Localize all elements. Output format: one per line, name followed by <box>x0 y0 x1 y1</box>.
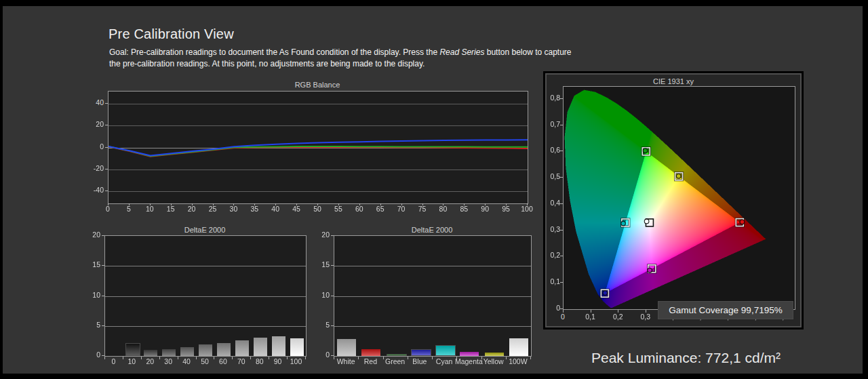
rgb-x-tick-mark <box>108 203 108 205</box>
deltae-x-tick-mark <box>287 357 288 359</box>
rgb-y-tick-label: -20 <box>81 164 104 172</box>
rgb-x-tick-mark <box>527 203 528 205</box>
rgb-x-tick-label: 30 <box>225 205 241 213</box>
cie-y-tick-mark <box>560 98 563 99</box>
deltae-bar <box>361 349 380 356</box>
deltae-bar <box>217 343 231 356</box>
rgb-balance-canvas <box>108 92 528 203</box>
cie-y-tick-label: 0,2 <box>548 251 560 259</box>
rgb-x-tick-mark <box>359 203 360 205</box>
deltae-bar <box>485 353 504 356</box>
cie-y-tick-mark <box>560 282 563 283</box>
rgb-y-tick-mark <box>105 125 108 125</box>
peak-luminance-readout: Peak Luminance: 772,1 cd/m² <box>591 350 781 366</box>
deltae-x-tick-mark <box>214 357 214 359</box>
rgb-x-tick-mark <box>275 203 276 205</box>
rgb-x-tick-mark <box>464 203 465 205</box>
cie-y-tick-mark <box>560 125 563 125</box>
cie-y-tick-label: 0,7 <box>548 120 560 128</box>
rgb-x-tick-label: 80 <box>435 205 451 213</box>
rgb-x-tick-mark <box>129 203 130 205</box>
rgb-y-tick-mark <box>105 103 108 104</box>
gamut-coverage-badge: Gamut Coverage 99,7195% <box>658 301 793 319</box>
deltae-bar <box>254 338 267 356</box>
rgb-y-tick-label: -40 <box>81 186 104 194</box>
deltae-y-tick-mark <box>331 325 334 326</box>
deltae-y-tick-label: 15 <box>83 260 100 268</box>
rgb-x-tick-label: 20 <box>184 205 200 213</box>
deltae-bar <box>162 349 176 356</box>
rgb-x-tick-mark <box>506 203 507 205</box>
rgb-x-tick-label: 5 <box>121 205 137 213</box>
cie-x-tick-label: 0 <box>553 313 572 321</box>
deltae-bar <box>509 338 528 356</box>
deltae-bar <box>199 344 212 356</box>
deltae-x-tick-mark <box>506 357 507 359</box>
rgb-x-tick-label: 65 <box>372 205 389 213</box>
deltae-x-tick-mark <box>432 357 433 359</box>
rgb-x-tick-mark <box>422 203 423 205</box>
cie-x-tick-label: 0,3 <box>636 313 655 321</box>
deltae-x-tick-mark <box>383 357 384 359</box>
rgb-y-tick-label: 40 <box>81 98 104 106</box>
deltae-bar <box>290 338 304 356</box>
deltae-x-tick-mark <box>104 357 105 359</box>
deltae-y-tick-label: 15 <box>312 260 330 268</box>
deltae-y-tick-mark <box>331 235 334 236</box>
cie-panel: CIE 1931 xy Gamut Coverage 99,7195% 000,… <box>545 73 802 327</box>
deltae-y-tick-label: 0 <box>312 351 330 359</box>
rgb-x-tick-mark <box>254 203 255 205</box>
deltae-y-tick-label: 5 <box>83 321 100 329</box>
deltae-gray-bars <box>105 236 306 356</box>
deltae-x-tick-mark <box>141 357 142 359</box>
rgb-y-tick-label: 20 <box>81 120 104 128</box>
cie-x-tick-mark <box>618 310 618 313</box>
deltae-x-tick-mark <box>530 357 531 359</box>
cie-y-tick-mark <box>560 308 563 309</box>
cie-y-tick-mark <box>560 230 563 231</box>
rgb-x-tick-label: 55 <box>330 205 347 213</box>
deltae-x-tick-mark <box>358 357 359 359</box>
deltae-bar <box>272 336 285 356</box>
deltae-bar <box>337 339 356 356</box>
deltae-y-tick-label: 20 <box>83 231 100 239</box>
rgb-balance-title: RGB Balance <box>108 81 527 89</box>
deltae-bar <box>125 343 140 356</box>
deltae-x-tick-mark <box>305 357 306 359</box>
cie-y-tick-mark <box>560 177 563 178</box>
rgb-x-tick-label: 45 <box>288 205 304 213</box>
deltae-x-tick-mark <box>408 357 408 359</box>
cie-title: CIE 1931 xy <box>547 77 800 85</box>
rgb-x-tick-label: 35 <box>246 205 262 213</box>
rgb-balance-plot <box>108 91 528 204</box>
rgb-x-tick-label: 90 <box>477 205 493 213</box>
cie-y-tick-label: 0,8 <box>548 94 560 102</box>
deltae-y-tick-mark <box>331 296 334 296</box>
rgb-x-tick-mark <box>338 203 339 205</box>
rgb-x-tick-label: 95 <box>498 205 514 213</box>
deltae-x-tick-mark <box>481 357 482 359</box>
rgb-x-tick-label: 0 <box>100 205 116 213</box>
rgb-y-tick-mark <box>105 191 108 191</box>
cie-plot: Gamut Coverage 99,7195% <box>563 86 795 310</box>
rgb-x-tick-label: 60 <box>351 205 368 213</box>
rgb-x-tick-mark <box>296 203 297 205</box>
app-window: Pre Calibration View Goal: Pre-calibrati… <box>0 0 868 379</box>
deltae-bar <box>235 340 249 356</box>
deltae-x-tick-mark <box>159 357 160 359</box>
page-title: Pre Calibration View <box>108 26 234 42</box>
deltae-x-tick-mark <box>178 357 178 359</box>
deltae-x-tick-mark <box>250 357 251 359</box>
cie-diagram-canvas <box>564 87 795 309</box>
cie-y-tick-label: 0,1 <box>548 277 560 285</box>
rgb-x-tick-mark <box>485 203 486 205</box>
deltae-y-tick-mark <box>102 355 104 356</box>
deltae-y-tick-mark <box>331 355 334 356</box>
deltae-bar <box>144 350 157 356</box>
rgb-x-tick-label: 25 <box>205 205 221 213</box>
cie-x-tick-mark <box>646 310 646 313</box>
rgb-x-tick-label: 40 <box>267 205 283 213</box>
cie-y-tick-mark <box>560 256 563 256</box>
rgb-x-tick-label: 70 <box>393 205 410 213</box>
rgb-x-tick-mark <box>150 203 151 205</box>
